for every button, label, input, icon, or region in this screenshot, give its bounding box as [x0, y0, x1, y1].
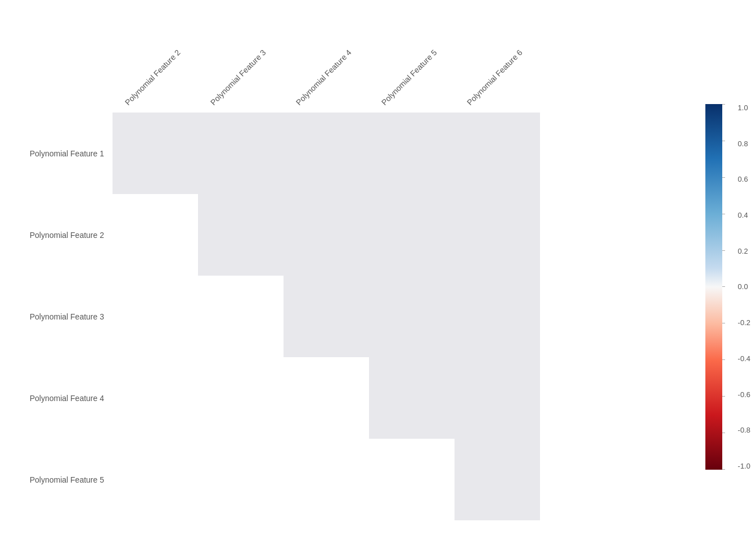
- legend-tick-6: -0.2: [738, 319, 750, 326]
- tick-mark-10: [722, 469, 725, 470]
- grid-cell-2-0: [112, 276, 198, 357]
- legend-tick-5: 0.0: [738, 283, 750, 290]
- col-headers: Polynomial Feature 2Polynomial Feature 3…: [112, 0, 540, 112]
- grid-cell-0-1: [198, 112, 284, 194]
- grid-cell-4-1: [198, 439, 284, 520]
- tick-mark-0: [722, 104, 725, 105]
- legend-tick-8: -0.6: [738, 391, 750, 398]
- legend-tick-marks: [722, 104, 725, 470]
- legend-tick-0: 1.0: [738, 104, 750, 111]
- grid-cell-4-3: [369, 439, 454, 520]
- legend-tick-4: 0.2: [738, 248, 750, 255]
- grid-row-2: [112, 276, 540, 357]
- grid-cell-4-0: [112, 439, 198, 520]
- grid-cell-3-1: [198, 357, 284, 439]
- grid-cell-3-2: [284, 357, 369, 439]
- tick-mark-8: [722, 396, 725, 397]
- grid-cell-4-2: [284, 439, 369, 520]
- col-header-5: Polynomial Feature 5: [369, 0, 454, 112]
- grid-cell-0-0: [112, 112, 198, 194]
- grid-cell-1-2: [284, 194, 369, 276]
- tick-mark-5: [722, 286, 725, 287]
- grid-cell-3-4: [454, 357, 540, 439]
- grid-cell-3-0: [112, 357, 198, 439]
- row-label-1: Polynomial Feature 1: [0, 112, 112, 194]
- tick-mark-4: [722, 250, 725, 251]
- grid-cell-2-1: [198, 276, 284, 357]
- tick-mark-3: [722, 214, 725, 214]
- grid-row-1: [112, 194, 540, 276]
- color-legend: 1.00.80.60.40.20.0-0.2-0.4-0.6-0.8-1.0: [705, 104, 722, 498]
- grid-cell-1-0: [112, 194, 198, 276]
- grid-row-3: [112, 357, 540, 439]
- tick-mark-1: [722, 141, 725, 141]
- col-header-4: Polynomial Feature 4: [284, 0, 369, 112]
- grid-row-4: [112, 439, 540, 520]
- tick-mark-9: [722, 433, 725, 433]
- heatmap-grid: [112, 112, 540, 520]
- row-label-3: Polynomial Feature 3: [0, 276, 112, 357]
- grid-cell-2-2: [284, 276, 369, 357]
- grid-cell-1-4: [454, 194, 540, 276]
- grid-cell-4-4: [454, 439, 540, 520]
- grid-row-0: [112, 112, 540, 194]
- legend-tick-3: 0.4: [738, 212, 750, 219]
- legend-tick-2: 0.6: [738, 176, 750, 183]
- legend-tick-9: -0.8: [738, 426, 750, 434]
- grid-cell-2-3: [369, 276, 454, 357]
- col-header-2: Polynomial Feature 2: [112, 0, 198, 112]
- grid-cell-0-4: [454, 112, 540, 194]
- grid-cell-1-3: [369, 194, 454, 276]
- grid-cell-0-2: [284, 112, 369, 194]
- grid-cell-0-3: [369, 112, 454, 194]
- row-label-5: Polynomial Feature 5: [0, 439, 112, 520]
- row-labels: Polynomial Feature 1Polynomial Feature 2…: [0, 112, 112, 520]
- legend-tick-7: -0.4: [738, 355, 750, 362]
- legend-tick-1: 0.8: [738, 140, 750, 147]
- row-label-4: Polynomial Feature 4: [0, 357, 112, 439]
- grid-cell-1-1: [198, 194, 284, 276]
- col-header-3: Polynomial Feature 3: [198, 0, 284, 112]
- tick-mark-2: [722, 177, 725, 178]
- legend-gradient: [705, 104, 722, 470]
- col-header-6: Polynomial Feature 6: [454, 0, 540, 112]
- chart-container: Polynomial Feature 2Polynomial Feature 3…: [0, 0, 756, 540]
- grid-cell-3-3: [369, 357, 454, 439]
- tick-mark-6: [722, 323, 725, 323]
- legend-ticks: 1.00.80.60.40.20.0-0.2-0.4-0.6-0.8-1.0: [738, 104, 750, 470]
- legend-tick-10: -1.0: [738, 462, 750, 470]
- grid-cell-2-4: [454, 276, 540, 357]
- row-label-2: Polynomial Feature 2: [0, 194, 112, 276]
- tick-mark-7: [722, 359, 725, 360]
